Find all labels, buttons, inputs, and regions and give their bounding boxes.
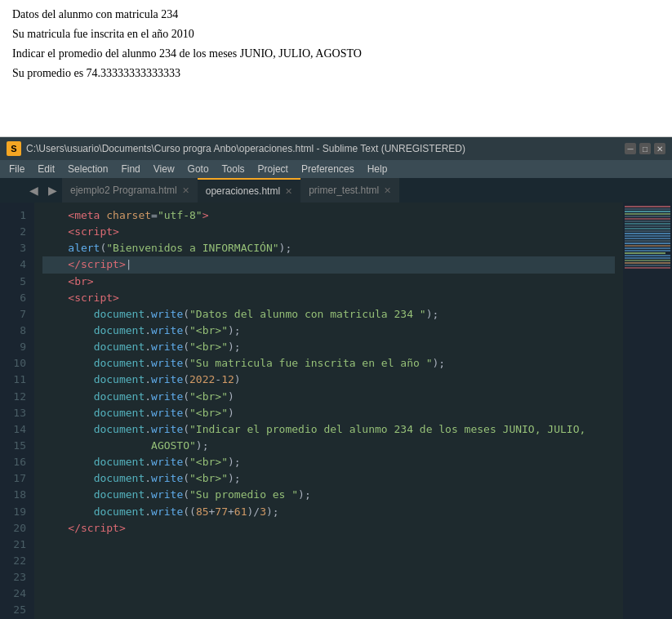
minimap-area — [623, 203, 672, 619]
menu-find[interactable]: Find — [115, 162, 145, 176]
close-button[interactable]: ✕ — [654, 143, 665, 154]
tab-bar: ◀ ▶ ejemplo2 Programa.html ✕ operaciones… — [0, 178, 672, 203]
title-bar-controls[interactable]: ─ □ ✕ — [625, 143, 665, 154]
tab-ejemplo2-label: ejemplo2 Programa.html — [70, 185, 177, 196]
code-line-3: <script> — [42, 224, 615, 240]
tab-operaciones[interactable]: operaciones.html ✕ — [198, 178, 300, 203]
menu-project[interactable]: Project — [252, 162, 294, 176]
code-line-13: document.write("<br>"); — [42, 323, 615, 339]
tab-operaciones-label: operaciones.html — [206, 185, 280, 197]
menu-tools[interactable]: Tools — [216, 162, 251, 176]
code-line-24: document.write((85+77+61)/3); — [42, 504, 615, 520]
code-line-21: document.write("<br>"); — [42, 454, 615, 470]
output-line-3: Indicar el promedio del alunmo 234 de lo… — [12, 47, 660, 60]
code-line-18: document.write("<br>") — [42, 389, 615, 405]
output-line-4: Su promedio es 74.33333333333333 — [12, 67, 660, 80]
code-content[interactable]: <meta charset="utf-8"> <script> alert("B… — [34, 203, 623, 619]
code-line-10: <script> — [42, 290, 615, 306]
code-line-12: document.write("Datos del alunmo con mat… — [42, 306, 615, 323]
menu-selection[interactable]: Selection — [62, 162, 113, 176]
menu-edit[interactable]: Edit — [32, 162, 60, 176]
menu-file[interactable]: File — [3, 162, 30, 176]
code-line-20: document.write("Indicar el promedio del … — [42, 421, 615, 438]
code-line-6: </script>| — [42, 256, 615, 273]
output-line-2: Su matricula fue inscrita en el año 2010 — [12, 28, 660, 41]
code-line-8: <br> — [42, 274, 615, 290]
code-line-17: document.write(2022-12) — [42, 372, 615, 388]
code-line-1: <meta charset="utf-8"> — [42, 207, 615, 224]
tab-primer-test[interactable]: primer_test.html ✕ — [300, 178, 399, 203]
menu-goto[interactable]: Goto — [182, 162, 215, 176]
code-line-22: document.write("<br>"); — [42, 470, 615, 487]
tab-nav-right[interactable]: ▶ — [43, 178, 62, 203]
code-line-14: document.write("<br>"); — [42, 339, 615, 355]
tab-operaciones-close[interactable]: ✕ — [285, 186, 292, 197]
menu-bar: File Edit Selection Find View Goto Tools… — [0, 160, 672, 178]
tab-nav-left[interactable]: ◀ — [24, 178, 43, 203]
minimize-button[interactable]: ─ — [625, 143, 636, 154]
menu-help[interactable]: Help — [362, 162, 394, 176]
output-line-1: Datos del alunmo con matricula 234 — [12, 8, 660, 21]
minimap — [623, 203, 672, 273]
tab-primer-test-close[interactable]: ✕ — [384, 185, 391, 196]
menu-preferences[interactable]: Preferences — [296, 162, 360, 176]
maximize-button[interactable]: □ — [639, 143, 651, 154]
code-line-16: document.write("Su matricula fue inscrit… — [42, 355, 615, 372]
line-numbers: 1 2 3 4 5 6 7 8 9 10 11 12 13 14 15 16 1… — [0, 203, 34, 619]
browser-output: Datos del alunmo con matricula 234 Su ma… — [0, 0, 672, 137]
code-line-23: document.write("Su promedio es "); — [42, 487, 615, 503]
sublime-window: S C:\Users\usuario\Documents\Curso progr… — [0, 137, 672, 619]
code-line-26: </script> — [42, 520, 615, 537]
tab-ejemplo2[interactable]: ejemplo2 Programa.html ✕ — [62, 178, 198, 203]
menu-view[interactable]: View — [148, 162, 180, 176]
code-line-19: document.write("<br>") — [42, 405, 615, 421]
title-bar: S C:\Users\usuario\Documents\Curso progr… — [0, 137, 672, 160]
code-line-4: alert("Bienvenidos a INFORMACIÓN"); — [42, 240, 615, 256]
tab-ejemplo2-close[interactable]: ✕ — [182, 185, 189, 196]
code-editor[interactable]: 1 2 3 4 5 6 7 8 9 10 11 12 13 14 15 16 1… — [0, 203, 672, 619]
tab-primer-test-label: primer_test.html — [309, 185, 379, 196]
sublime-icon: S — [7, 141, 21, 156]
code-line-20b: AGOSTO"); — [42, 438, 615, 454]
title-text: C:\Users\usuario\Documents\Curso progra … — [26, 143, 465, 154]
title-bar-left: S C:\Users\usuario\Documents\Curso progr… — [7, 141, 465, 156]
